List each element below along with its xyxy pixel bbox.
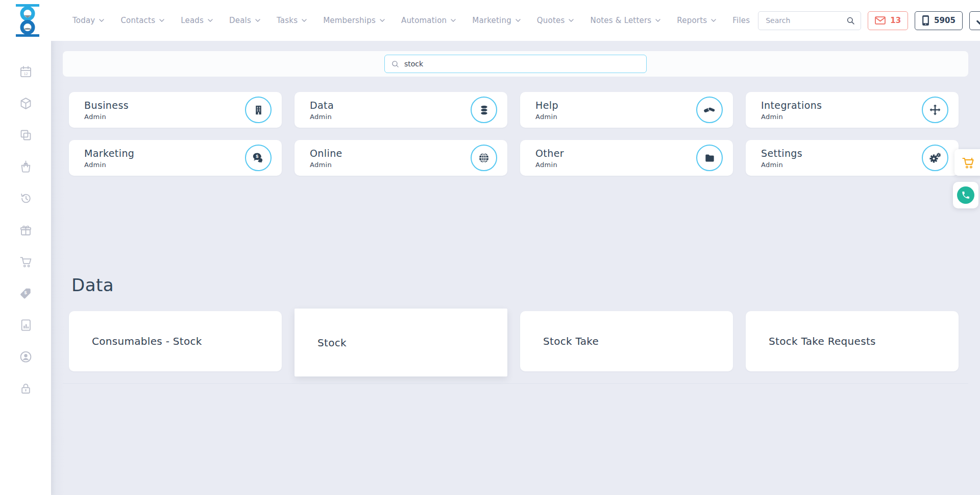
card-text: Marketing Admin — [84, 148, 134, 169]
card-help-admin[interactable]: Help Admin — [520, 92, 733, 128]
lock-icon[interactable] — [19, 382, 33, 395]
topbar: Today Contacts Leads Deals Tasks Members… — [0, 0, 980, 41]
nav-label: Notes & Letters — [590, 16, 651, 25]
price-tag-icon[interactable]: $ — [19, 287, 33, 300]
nav-item-notes-letters[interactable]: Notes & Letters — [582, 16, 669, 25]
check-icon — [976, 16, 980, 25]
mail-count: 13 — [890, 16, 901, 25]
nav-item-memberships[interactable]: Memberships — [315, 16, 393, 25]
card-text: Business Admin — [84, 100, 129, 121]
chevron-down-icon — [380, 19, 385, 22]
folder-icon — [704, 152, 716, 164]
copy-icon[interactable] — [19, 128, 33, 142]
phone-icon — [961, 191, 970, 200]
phone-count: 5905 — [934, 16, 955, 25]
nav-item-marketing[interactable]: Marketing — [464, 16, 529, 25]
report-icon[interactable] — [19, 318, 33, 332]
nav-item-automation[interactable]: Automation — [393, 16, 464, 25]
icon-ring — [922, 145, 948, 171]
card-marketing-admin[interactable]: Marketing Admin $ — [69, 140, 282, 176]
nav-label: Leads — [181, 16, 204, 25]
chevron-down-icon — [302, 19, 307, 22]
card-settings-admin[interactable]: Settings Admin — [746, 140, 959, 176]
chevron-down-icon — [159, 19, 164, 22]
result-card-title: Stock Take — [543, 335, 599, 347]
nav-item-files[interactable]: Files — [724, 16, 758, 25]
card-data-admin[interactable]: Data Admin — [295, 92, 507, 128]
card-text: Settings Admin — [761, 148, 802, 169]
card-title: Help — [535, 100, 558, 111]
nav-item-reports[interactable]: Reports — [669, 16, 724, 25]
calendar-icon[interactable]: 12 — [19, 65, 33, 79]
history-icon[interactable] — [19, 192, 33, 205]
bag-icon[interactable] — [19, 160, 33, 174]
icon-ring — [245, 97, 272, 123]
admin-card-grid: Business Admin Data Admin — [69, 92, 970, 176]
card-subtitle: Admin — [761, 113, 822, 121]
cart-icon[interactable] — [19, 255, 33, 269]
chevron-down-icon — [208, 19, 213, 22]
app-logo-hourglass-icon[interactable] — [14, 4, 41, 37]
card-text: Data Admin — [310, 100, 334, 121]
card-subtitle: Admin — [84, 113, 129, 121]
floating-phone-button[interactable] — [953, 182, 978, 208]
building-icon — [253, 104, 264, 116]
section-divider — [63, 383, 968, 384]
globe-icon — [478, 152, 490, 164]
card-title: Data — [310, 100, 334, 111]
global-search-input[interactable] — [766, 16, 846, 25]
sidebar: 12 $ — [0, 41, 51, 495]
nav-label: Files — [732, 16, 750, 25]
card-title: Integrations — [761, 100, 822, 111]
card-subtitle: Admin — [535, 113, 558, 121]
card-title: Business — [84, 100, 129, 111]
card-integrations-admin[interactable]: Integrations Admin — [746, 92, 959, 128]
svg-text:$: $ — [24, 290, 27, 295]
chevron-down-icon — [711, 19, 716, 22]
card-online-admin[interactable]: Online Admin — [295, 140, 507, 176]
nav-item-quotes[interactable]: Quotes — [529, 16, 582, 25]
card-title: Marketing — [84, 148, 134, 159]
card-text: Online Admin — [310, 148, 342, 169]
nav-item-deals[interactable]: Deals — [221, 16, 268, 25]
tasks-badge[interactable]: 15 — [969, 11, 980, 30]
global-search[interactable] — [758, 11, 861, 30]
result-card-consumables-stock[interactable]: Consumables - Stock — [69, 311, 282, 371]
card-subtitle: Admin — [761, 161, 802, 169]
result-card-stock[interactable]: Stock — [295, 309, 507, 376]
box-icon[interactable] — [19, 97, 33, 110]
search-icon[interactable] — [846, 16, 855, 26]
account-icon[interactable] — [19, 350, 33, 364]
module-search[interactable] — [384, 55, 647, 73]
nav-item-leads[interactable]: Leads — [173, 16, 221, 25]
result-card-title: Consumables - Stock — [92, 335, 202, 347]
phone-badge[interactable]: 5905 — [915, 11, 963, 30]
chevron-down-icon — [99, 19, 104, 22]
icon-ring — [922, 97, 948, 123]
smartphone-icon — [922, 15, 929, 26]
chevron-down-icon — [569, 19, 574, 22]
section-title: Data — [71, 275, 114, 295]
phone-circle — [957, 186, 974, 204]
floating-cart-button[interactable] — [954, 149, 980, 176]
nav-item-contacts[interactable]: Contacts — [112, 16, 173, 25]
card-business-admin[interactable]: Business Admin — [69, 92, 282, 128]
chevron-down-icon — [255, 19, 260, 22]
icon-ring — [696, 97, 723, 123]
nav-item-tasks[interactable]: Tasks — [268, 16, 315, 25]
card-title: Other — [535, 148, 564, 159]
chevron-down-icon — [451, 19, 456, 22]
svg-text:$: $ — [256, 154, 258, 159]
mail-badge[interactable]: 13 — [868, 11, 908, 30]
icon-ring — [471, 97, 497, 123]
module-search-input[interactable] — [404, 60, 640, 68]
nav-item-today[interactable]: Today — [64, 16, 112, 25]
handshake-icon — [703, 104, 716, 116]
nav-label: Tasks — [277, 16, 298, 25]
card-other-admin[interactable]: Other Admin — [520, 140, 733, 176]
result-card-stock-take[interactable]: Stock Take — [520, 311, 733, 371]
result-card-stock-take-requests[interactable]: Stock Take Requests — [746, 311, 959, 371]
result-card-title: Stock Take Requests — [769, 335, 876, 347]
nav-label: Deals — [229, 16, 251, 25]
gift-icon[interactable] — [19, 223, 33, 237]
